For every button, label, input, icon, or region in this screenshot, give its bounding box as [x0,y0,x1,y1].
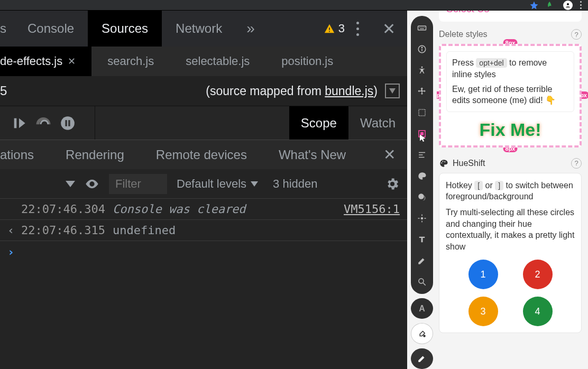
devtools-menu-icon[interactable] [356,22,359,36]
mapped-left-text: 5 [0,84,7,98]
return-arrow-icon: ‹ [7,224,14,237]
accessibility-icon[interactable] [416,64,428,76]
svg-line-27 [423,283,426,285]
drawer-close-button[interactable]: ✕ [372,146,407,163]
hue-circles-grid: 1 2 3 4 [446,256,575,326]
hueshift-card: Hotkey [ or ] to switch between foregrou… [439,173,582,334]
padding-icon[interactable] [416,128,428,140]
tool-pill [411,16,433,294]
edit-icon[interactable] [416,255,428,266]
warnings-indicator[interactable]: 3 [324,22,345,35]
svg-rect-10 [421,27,422,28]
text: or [483,181,495,190]
file-tab-de-effects[interactable]: de-effects.js ✕ [0,47,91,76]
fix-me-heading: Fix Me! [446,119,574,140]
svg-rect-23 [419,157,425,158]
drawer-tab-animations-partial[interactable]: ations [0,140,50,170]
text-icon[interactable] [416,234,428,245]
palette-icon[interactable] [416,170,428,182]
file-tab-selectable[interactable]: selectable.js [170,47,265,76]
svg-rect-13 [420,29,424,29]
hue-circle-2[interactable]: 2 [523,260,553,289]
hue-circle-1[interactable]: 1 [468,260,498,289]
svg-rect-21 [419,152,425,153]
position-icon[interactable] [416,213,428,224]
extension-icon[interactable] [546,1,556,10]
fab-fill-button[interactable] [411,323,433,344]
tabs-overflow-icon[interactable]: » [236,20,265,37]
message-timestamp: 22:07:46.315 [21,224,105,237]
hue-circle-4[interactable]: 4 [523,297,553,326]
svg-point-30 [443,161,444,162]
tab-scope[interactable]: Scope [289,106,348,140]
close-icon[interactable]: ✕ [68,56,76,67]
mapped-bundle-link[interactable]: bundle.js [325,84,373,98]
shadow-icon[interactable] [416,191,428,203]
tab-elements-partial[interactable]: s [0,11,14,47]
info-icon[interactable] [416,43,428,55]
section-hueshift: HueShift ? [439,158,582,169]
svg-rect-18 [419,109,425,116]
step-over-icon[interactable] [36,116,51,131]
move-icon[interactable] [416,86,428,97]
resume-icon[interactable] [12,116,26,131]
text: Ew, get rid of these terrible edits some… [452,84,568,106]
margin-icon[interactable] [416,107,428,118]
search-icon[interactable] [416,276,428,288]
file-tab-position[interactable]: position.js [265,47,349,76]
browser-menu-icon[interactable] [580,1,582,9]
console-prompt[interactable]: › [0,241,407,263]
mapped-suffix: ) [373,84,378,98]
message-source-link[interactable]: VM5156:1 [344,202,400,216]
hidden-messages-count[interactable]: 3 hidden [273,177,317,191]
keyboard-icon[interactable] [416,22,428,34]
file-tab-search[interactable]: search.js [91,47,170,76]
log-levels-dropdown[interactable]: Default levels [177,177,258,191]
console-filter-input[interactable] [109,174,167,194]
delete-styles-instructions: Press opt+del to remove inline styles Ew… [446,51,574,112]
svg-point-17 [421,67,423,68]
text: Hotkey [446,181,474,190]
console-dropdown-icon[interactable] [66,181,75,187]
svg-rect-9 [419,27,420,28]
svg-rect-3 [14,118,17,128]
svg-point-16 [421,47,422,48]
prompt-caret-icon: › [7,245,14,259]
tab-sources[interactable]: Sources [88,11,162,47]
fab-pencil-button[interactable] [411,348,433,369]
user-avatar-icon[interactable] [563,1,573,10]
align-icon[interactable] [416,149,428,161]
warning-count: 3 [338,22,345,35]
bookmark-star-icon[interactable] [529,1,539,10]
drawer-tab-rendering[interactable]: Rendering [50,140,140,170]
fab-a-label: A [419,304,425,313]
browser-top-bar [0,0,588,11]
tab-network[interactable]: Network [162,11,236,47]
pause-icon[interactable] [60,116,75,131]
tab-console[interactable]: Console [14,11,88,47]
delete-styles-card[interactable]: Press opt+del to remove inline styles Ew… [439,44,582,147]
svg-point-25 [421,217,424,220]
fab-a-button[interactable]: A [411,298,433,319]
chevron-down-icon [251,181,258,187]
dropdown-icon[interactable] [385,84,400,98]
hue-circle-3[interactable]: 3 [468,297,498,326]
live-expression-icon[interactable] [85,177,99,191]
console-message-row: ‹ 22:07:46.315 undefined [0,219,407,241]
file-tab-label: de-effects.js [0,54,62,68]
svg-point-29 [441,162,442,163]
text: Press [452,58,476,67]
help-icon[interactable]: ? [571,29,582,40]
help-icon[interactable]: ? [571,158,582,169]
drawer-tab-remote-devices[interactable]: Remote devices [140,140,263,170]
devtools-close-button[interactable]: ✕ [371,20,407,38]
search-link[interactable]: Search ".search-link" To Select Us [446,11,553,14]
gear-icon[interactable] [385,177,400,191]
hue-description: Try multi-selecting all these circles an… [446,207,575,252]
drawer-tab-whats-new[interactable]: What's New [263,140,362,170]
console-toolbar: Default levels 3 hidden [0,169,407,199]
svg-point-4 [61,116,75,130]
kbd-opt-del: opt+del [476,58,507,68]
tab-watch[interactable]: Watch [348,106,407,140]
svg-rect-5 [65,120,67,126]
